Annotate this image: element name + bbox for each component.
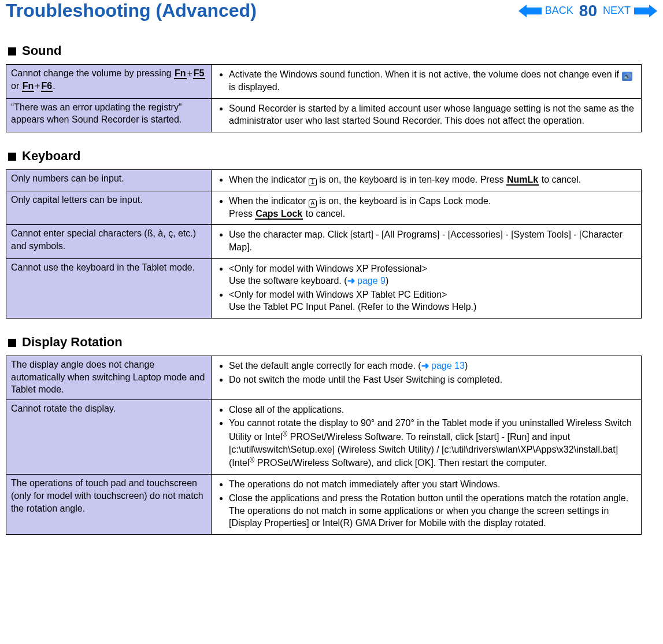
problem-cell: Only numbers can be input. [6, 169, 212, 191]
solution-cell: Activate the Windows sound function. Whe… [212, 65, 642, 99]
next-button[interactable]: NEXT [603, 5, 631, 17]
table-row: Only numbers can be input. When the indi… [6, 169, 642, 191]
list-item: Use the character map. Click [start] - [… [229, 228, 636, 253]
problem-cell: “There was an error updating the registr… [6, 98, 212, 132]
page-link[interactable]: page 9 [355, 276, 386, 286]
capslock-indicator-icon: A [309, 199, 317, 208]
section-heading-keyboard: Keyboard [8, 149, 663, 164]
problem-cell: Cannot use the keyboard in the Tablet mo… [6, 258, 212, 318]
text: to cancel. [303, 209, 345, 219]
text: ) [386, 276, 388, 286]
list-item: Activate the Windows sound function. Whe… [229, 68, 636, 94]
section-heading-sound: Sound [8, 43, 663, 58]
text: Use the software keyboard. ( [229, 276, 347, 286]
text: <Only for model with Windows XP Tablet P… [229, 290, 447, 299]
section-heading-display: Display Rotation [8, 335, 663, 350]
text: is on, the keyboard is in Caps Lock mode… [317, 196, 491, 206]
solution-cell: Sound Recorder is started by a limited a… [212, 98, 642, 132]
keycap-numlk: NumLk [506, 175, 539, 186]
plus: + [187, 68, 192, 78]
page-title: Troubleshooting (Advanced) [6, 0, 257, 21]
text: . [53, 81, 55, 91]
problem-cell: Only capital letters can be input. [6, 191, 212, 225]
keycap-fn: Fn [174, 68, 187, 79]
arrow-right-icon: ➜ [347, 276, 355, 286]
list-item: When the indicator 1 is on, the keyboard… [229, 173, 636, 186]
list-item: <Only for model with Windows XP Professi… [229, 262, 636, 287]
solution-cell: The operations do not match immediately … [212, 475, 642, 534]
problem-cell: The operations of touch pad and touchscr… [6, 475, 212, 534]
table-row: Cannot change the volume by pressing Fn+… [6, 65, 642, 99]
keycap-capslock: Caps Lock [255, 209, 303, 220]
back-arrow-icon[interactable] [518, 5, 542, 17]
svg-marker-0 [518, 5, 542, 17]
text: PROSet/Wireless Software), and click [OK… [254, 458, 547, 468]
text: is on, the keyboard is in ten-key mode. … [317, 175, 506, 184]
registered-mark: ® [282, 430, 287, 438]
arrow-right-icon: ➜ [421, 361, 429, 371]
table-row: The operations of touch pad and touchscr… [6, 475, 642, 534]
numlock-indicator-icon: 1 [309, 178, 317, 186]
display-rotation-table: The display angle does not change automa… [6, 356, 642, 535]
page-nav: BACK 80 NEXT [518, 2, 657, 20]
table-row: “There was an error updating the registr… [6, 98, 642, 132]
list-item: <Only for model with Windows XP Tablet P… [229, 288, 636, 313]
text: is displayed. [229, 82, 280, 92]
svg-marker-1 [634, 5, 657, 17]
list-item: When the indicator A is on, the keyboard… [229, 195, 636, 220]
solution-cell: Use the character map. Click [start] - [… [212, 225, 642, 258]
list-item: Set the default angle correctly for each… [229, 360, 636, 372]
solution-cell: When the indicator A is on, the keyboard… [212, 191, 642, 225]
keyboard-table: Only numbers can be input. When the indi… [6, 169, 642, 319]
speaker-icon: 🔊 [622, 72, 632, 81]
plus: + [35, 81, 40, 91]
text: Cannot change the volume by pressing [11, 68, 174, 78]
table-row: Cannot rotate the display. Close all of … [6, 399, 642, 475]
page-link[interactable]: page 13 [429, 361, 465, 371]
problem-cell: The display angle does not change automa… [6, 356, 212, 399]
solution-cell: <Only for model with Windows XP Professi… [212, 258, 642, 318]
problem-cell: Cannot rotate the display. [6, 399, 212, 475]
sound-table: Cannot change the volume by pressing Fn+… [6, 64, 642, 132]
table-row: Cannot enter special characters (ß, à, ç… [6, 225, 642, 258]
text: to cancel. [539, 175, 581, 184]
table-row: Only capital letters can be input. When … [6, 191, 642, 225]
keycap-f6: F6 [41, 81, 53, 92]
text: or [11, 81, 22, 91]
list-item: Close all of the applications. [229, 404, 636, 416]
solution-cell: Close all of the applications. You canno… [212, 399, 642, 475]
back-button[interactable]: BACK [545, 5, 573, 17]
list-item: Do not switch the mode until the Fast Us… [229, 373, 636, 386]
text: When the indicator [229, 196, 309, 206]
problem-cell: Cannot enter special characters (ß, à, ç… [6, 225, 212, 258]
text: When the indicator [229, 175, 309, 184]
problem-cell: Cannot change the volume by pressing Fn+… [6, 65, 212, 99]
list-item: You cannot rotate the display to 90° and… [229, 417, 636, 469]
text: ) [465, 361, 468, 371]
list-item: The operations do not match immediately … [229, 478, 636, 491]
keycap-fn: Fn [22, 81, 35, 92]
list-item: Sound Recorder is started by a limited a… [229, 102, 636, 127]
text: <Only for model with Windows XP Professi… [229, 264, 427, 273]
next-arrow-icon[interactable] [634, 5, 657, 17]
text: Activate the Windows sound function. Whe… [229, 69, 622, 79]
page-number: 80 [579, 2, 597, 20]
keycap-f5: F5 [193, 68, 205, 79]
table-row: The display angle does not change automa… [6, 356, 642, 399]
solution-cell: Set the default angle correctly for each… [212, 356, 642, 399]
text: Press [229, 209, 255, 219]
text: Set the default angle correctly for each… [229, 361, 421, 371]
text: Use the Tablet PC Input Panel. (Refer to… [229, 302, 476, 312]
list-item: Close the applications and press the Rot… [229, 492, 636, 530]
table-row: Cannot use the keyboard in the Tablet mo… [6, 258, 642, 318]
page-header: Troubleshooting (Advanced) BACK 80 NEXT [0, 0, 663, 27]
solution-cell: When the indicator 1 is on, the keyboard… [212, 169, 642, 191]
